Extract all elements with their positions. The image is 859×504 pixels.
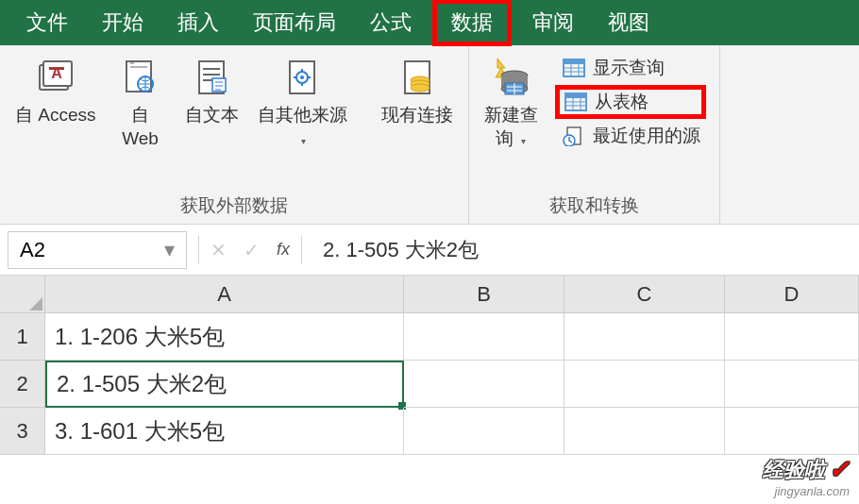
web-icon	[118, 55, 163, 100]
name-box-value: A2	[20, 238, 45, 262]
new-query-label: 新建查 询 ▾	[484, 104, 538, 150]
cell-C3[interactable]	[564, 408, 725, 455]
check-icon: ✓	[829, 455, 850, 484]
col-header-B[interactable]: B	[404, 276, 564, 313]
tab-file[interactable]: 文件	[9, 0, 85, 46]
transform-group-label: 获取和转换	[477, 190, 712, 222]
cell-B2[interactable]	[404, 361, 564, 408]
row-header-3[interactable]: 3	[0, 408, 45, 455]
tab-data[interactable]: 数据	[432, 0, 512, 46]
cell-A2[interactable]: 2. 1-505 大米2包	[45, 361, 404, 408]
tab-home[interactable]: 开始	[85, 0, 160, 46]
select-all-corner[interactable]	[0, 276, 45, 313]
from-table-label: 从表格	[595, 90, 648, 114]
formula-bar-row: A2 ▾ ✕ ✓ fx	[0, 225, 859, 276]
watermark-url: jingyanla.com	[763, 484, 850, 498]
from-web-label: 自 Web	[122, 104, 159, 150]
watermark-text: 经验啦	[763, 456, 825, 484]
existing-conn-icon	[395, 55, 440, 100]
access-icon: A	[33, 55, 78, 100]
fx-icon[interactable]: fx	[277, 240, 290, 260]
show-query-icon	[561, 57, 587, 79]
cell-A3[interactable]: 3. 1-601 大米5包	[45, 408, 404, 455]
cell-D2[interactable]	[725, 361, 859, 408]
from-other-button[interactable]: 自其他来源▾	[250, 51, 355, 154]
from-web-button[interactable]: 自 Web	[108, 51, 174, 154]
chevron-down-icon[interactable]: ▾	[164, 238, 175, 262]
from-text-label: 自文本	[185, 104, 239, 127]
confirm-formula-button[interactable]: ✓	[244, 239, 260, 261]
from-table-button[interactable]: 从表格	[555, 85, 706, 119]
svg-point-10	[300, 76, 304, 79]
cell-B3[interactable]	[404, 408, 564, 455]
svg-rect-20	[564, 59, 584, 64]
show-query-label: 显示查询	[593, 56, 665, 80]
svg-rect-22	[565, 93, 586, 98]
ribbon: A 自 Access 自 Web 自文本 自其他来源▾	[0, 45, 859, 225]
tab-bar: 文件 开始 插入 页面布局 公式 数据 审阅 视图	[0, 0, 859, 45]
other-source-icon	[279, 55, 325, 100]
watermark: 经验啦 ✓ jingyanla.com	[763, 455, 850, 498]
cell-B1[interactable]	[404, 313, 564, 361]
recent-sources-button[interactable]: 最近使用的源	[555, 121, 706, 151]
row-header-2[interactable]: 2	[0, 361, 45, 408]
show-query-button[interactable]: 显示查询	[555, 53, 706, 83]
from-table-icon	[563, 91, 589, 113]
cell-C1[interactable]	[564, 313, 725, 361]
cell-C2[interactable]	[564, 361, 725, 408]
tab-insert[interactable]: 插入	[160, 0, 236, 46]
col-header-C[interactable]: C	[564, 276, 725, 313]
col-header-D[interactable]: D	[725, 276, 859, 313]
spreadsheet-grid: A B C D 1 1. 1-206 大米5包 2 2. 1-505 大米2包 …	[0, 276, 859, 455]
tab-formula[interactable]: 公式	[353, 0, 429, 46]
name-box[interactable]: A2 ▾	[8, 231, 187, 269]
ribbon-group-transform: 新建查 询 ▾ 显示查询 从表格	[469, 45, 720, 224]
tab-review[interactable]: 审阅	[515, 0, 591, 46]
cell-D3[interactable]	[725, 408, 859, 455]
svg-rect-3	[49, 67, 64, 70]
formula-input[interactable]	[313, 232, 851, 268]
chevron-down-icon: ▾	[301, 136, 306, 146]
cancel-formula-button[interactable]: ✕	[211, 239, 227, 261]
svg-point-14	[411, 84, 430, 92]
recent-sources-label: 最近使用的源	[593, 124, 700, 148]
external-data-group-label: 获取外部数据	[8, 190, 461, 222]
from-access-label: 自 Access	[15, 104, 96, 127]
new-query-icon	[488, 55, 533, 100]
existing-conn-button[interactable]: 现有连接	[374, 51, 461, 131]
cell-A1[interactable]: 1. 1-206 大米5包	[45, 313, 404, 361]
from-access-button[interactable]: A 自 Access	[8, 51, 104, 131]
new-query-button[interactable]: 新建查 询 ▾	[477, 51, 546, 154]
ribbon-group-external-data: A 自 Access 自 Web 自文本 自其他来源▾	[0, 45, 469, 224]
chevron-down-icon: ▾	[521, 136, 526, 146]
col-header-A[interactable]: A	[45, 276, 404, 313]
recent-icon	[561, 125, 587, 147]
tab-layout[interactable]: 页面布局	[236, 0, 353, 46]
text-file-icon	[189, 55, 234, 100]
existing-conn-label: 现有连接	[381, 104, 453, 127]
from-other-label: 自其他来源▾	[258, 104, 347, 150]
tab-view[interactable]: 视图	[591, 0, 666, 46]
cell-D1[interactable]	[725, 313, 859, 361]
from-text-button[interactable]: 自文本	[177, 51, 246, 131]
row-header-1[interactable]: 1	[0, 313, 45, 361]
